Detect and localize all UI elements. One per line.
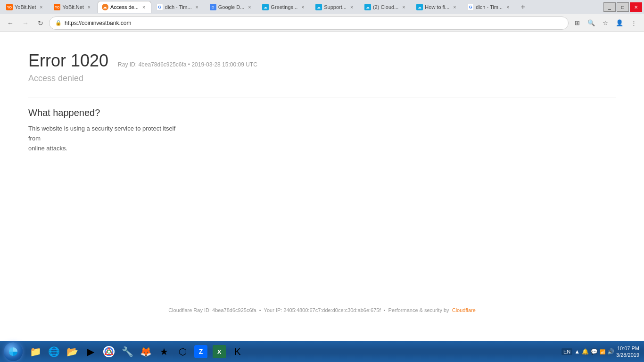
windows-explorer-icon: 📁 <box>29 345 42 358</box>
browser-tab-tab10[interactable]: Gdich - Tim...× <box>463 1 515 13</box>
excel-icon: X <box>213 345 226 358</box>
browser-tab-tab8[interactable]: ☁(2) Cloud...× <box>360 1 411 13</box>
tab-favicon: G <box>467 4 474 10</box>
cloudflare-link[interactable]: Cloudflare <box>452 307 476 313</box>
bookmark-button[interactable]: ☆ <box>599 16 612 30</box>
taskbar-app-ccleaner[interactable]: 🔧 <box>118 343 136 361</box>
tab-close-button[interactable]: × <box>299 4 306 10</box>
browser-tab-tab6[interactable]: ☁Greetings...× <box>258 1 310 13</box>
tray-icon3: 💬 <box>591 348 598 355</box>
system-tray: EN ▲ 🔔 💬 📶 🔊 10:07 PM 3/28/2019 <box>558 345 643 359</box>
minimize-button[interactable]: _ <box>603 2 616 12</box>
tab-favicon: ☁ <box>262 4 269 10</box>
taskbar-app-unknown3[interactable]: K <box>229 343 247 361</box>
volume-icon: 🔊 <box>607 348 614 355</box>
search-button[interactable]: 🔍 <box>585 16 598 30</box>
description-line2: online attacks. <box>28 145 67 152</box>
unknown2-icon: ⬡ <box>176 345 189 358</box>
tab-close-button[interactable]: × <box>400 4 407 10</box>
tab-close-button[interactable]: × <box>194 4 200 10</box>
clock-date: 3/28/2019 <box>616 352 639 358</box>
media-player-icon: ▶ <box>84 345 97 358</box>
tab-bar: YOYoBit.Net×YOYoBit.Net×☁Access de...×Gd… <box>2 1 529 13</box>
what-happened-title: What happened? <box>28 107 616 118</box>
taskbar-app-excel[interactable]: X <box>210 343 228 361</box>
tab-label: YoBit.Net <box>62 4 83 10</box>
start-button[interactable] <box>1 342 25 361</box>
footer-performance-text: Performance & security by <box>388 307 449 313</box>
browser-tab-tab1[interactable]: YOYoBit.Net× <box>2 1 49 13</box>
taskbar-app-file-manager[interactable]: 📂 <box>63 343 81 361</box>
address-bar[interactable]: 🔒 https://coininvestbank.com <box>49 16 569 30</box>
browser-tab-tab3[interactable]: ☁Access de...× <box>98 1 151 13</box>
maximize-button[interactable]: □ <box>617 2 629 12</box>
start-orb <box>4 342 23 361</box>
taskbar-app-unknown1[interactable]: ★ <box>155 343 173 361</box>
tab-close-button[interactable]: × <box>140 4 147 10</box>
taskbar-app-media-player[interactable]: ▶ <box>82 343 99 361</box>
window-controls: _ □ ✕ <box>603 2 642 12</box>
unknown3-icon: K <box>231 345 244 358</box>
tab-label: Support... <box>324 4 347 10</box>
tab-favicon: G <box>157 4 163 10</box>
lang-indicator[interactable]: EN <box>561 348 572 355</box>
forward-button[interactable]: → <box>19 16 32 30</box>
taskbar-app-zalo[interactable]: Z <box>192 343 210 361</box>
browser-tab-tab9[interactable]: ☁How to fi...× <box>412 1 462 13</box>
tab-close-button[interactable]: × <box>451 4 458 10</box>
taskbar: 📁🌐📂▶ 🔧🦊★⬡ZXK EN ▲ 🔔 💬 📶 🔊 10:07 PM 3/28/… <box>0 341 644 362</box>
svg-point-4 <box>108 351 110 353</box>
lock-icon: 🔒 <box>55 20 62 26</box>
tab-close-button[interactable]: × <box>86 4 92 10</box>
tab-favicon: D <box>210 4 216 10</box>
close-button[interactable]: ✕ <box>630 2 642 12</box>
unknown1-icon: ★ <box>157 345 171 358</box>
divider <box>28 98 616 98</box>
clock[interactable]: 10:07 PM 3/28/2019 <box>616 345 639 359</box>
translate-button[interactable]: ⊞ <box>570 16 584 30</box>
navbar: ← → ↻ 🔒 https://coininvestbank.com ⊞ 🔍 ☆… <box>0 14 644 32</box>
browser-tab-tab7[interactable]: ☁Support...× <box>311 1 359 13</box>
tab-favicon: YO <box>54 4 60 10</box>
tab-close-button[interactable]: × <box>246 4 253 10</box>
firefox-icon: 🦊 <box>139 345 152 358</box>
nav-icons: ⊞ 🔍 ☆ 👤 ⋮ <box>570 16 640 30</box>
titlebar: YOYoBit.Net×YOYoBit.Net×☁Access de...×Gd… <box>0 0 644 14</box>
tab-label: YoBit.Net <box>15 4 36 10</box>
tab-close-button[interactable]: × <box>38 4 44 10</box>
back-button[interactable]: ← <box>4 16 17 30</box>
taskbar-app-unknown2[interactable]: ⬡ <box>173 343 191 361</box>
taskbar-app-chrome[interactable] <box>100 343 118 361</box>
page-content: Error 1020 Ray ID: 4bea78d6c925c6fa • 20… <box>0 32 644 341</box>
chrome-icon <box>102 345 116 358</box>
browser-tab-tab4[interactable]: Gdich - Tim...× <box>152 1 205 13</box>
user-avatar[interactable]: 👤 <box>613 16 626 30</box>
tab-label: Greetings... <box>271 4 297 10</box>
tab-close-button[interactable]: × <box>504 4 511 10</box>
footer-ray-id: Cloudflare Ray ID: 4bea78d6c925c6fa <box>168 307 256 313</box>
browser-tab-tab2[interactable]: YOYoBit.Net× <box>50 1 96 13</box>
taskbar-app-windows-explorer[interactable]: 📁 <box>26 343 44 361</box>
ray-id-text: Ray ID: 4bea78d6c925c6fa • 2019-03-28 15… <box>118 61 257 68</box>
error-code: Error 1020 <box>28 51 108 71</box>
taskbar-app-firefox[interactable]: 🦊 <box>137 343 155 361</box>
tab-favicon: YO <box>6 4 13 10</box>
taskbar-apps: 📁🌐📂▶ 🔧🦊★⬡ZXK <box>26 343 557 361</box>
tab-favicon: ☁ <box>102 4 108 10</box>
internet-explorer-icon: 🌐 <box>47 345 60 358</box>
signal-icon: 📶 <box>600 349 605 354</box>
new-tab-button[interactable]: + <box>516 1 529 13</box>
tab-close-button[interactable]: × <box>348 4 355 10</box>
browser-tab-tab5[interactable]: DGoogle D...× <box>206 1 257 13</box>
tab-label: dich - Tim... <box>165 4 192 10</box>
tab-favicon: ☁ <box>364 4 371 10</box>
zalo-icon: Z <box>194 345 207 358</box>
tab-label: dich - Tim... <box>476 4 503 10</box>
url-text: https://coininvestbank.com <box>65 20 562 26</box>
menu-button[interactable]: ⋮ <box>627 16 640 30</box>
tab-favicon: ☁ <box>315 4 322 10</box>
access-denied-text: Access denied <box>28 74 616 83</box>
reload-button[interactable]: ↻ <box>34 16 47 30</box>
description: This website is using a security service… <box>28 124 179 153</box>
taskbar-app-internet-explorer[interactable]: 🌐 <box>45 343 63 361</box>
